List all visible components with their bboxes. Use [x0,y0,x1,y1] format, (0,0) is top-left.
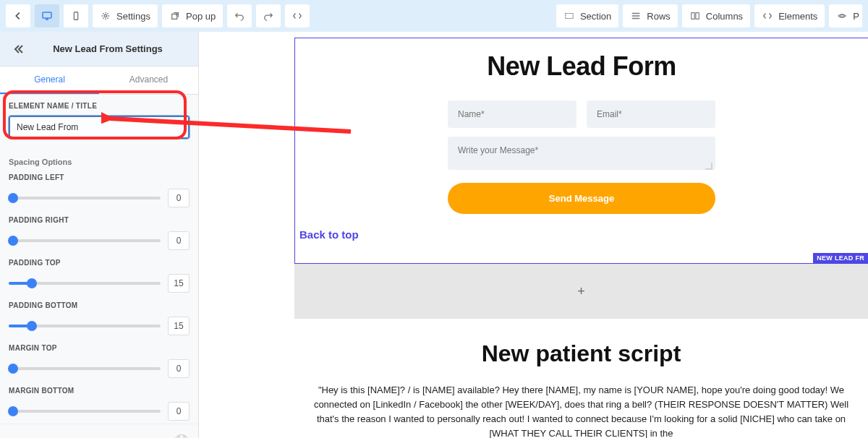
element-name-group: ELEMENT NAME / TITLE [0,95,198,146]
background-color-row: BACKGROUND COLOR [0,424,198,438]
slider-margin-bottom: MARGIN BOTTOM 0 [0,381,198,424]
background-color-swatch[interactable] [174,434,190,438]
sidebar-header: New Lead From Settings [0,32,198,66]
rows-icon [630,10,642,22]
script-body: "Hey is this [NAME]? / is [NAME] availab… [306,383,856,438]
popup-icon [169,10,181,22]
tab-advanced[interactable]: Advanced [99,66,198,94]
top-toolbar: Settings Pop up Section Rows Columns Ele… [0,0,868,32]
svg-point-2 [104,14,107,17]
slider-label: PADDING RIGHT [9,216,190,224]
slider-track[interactable] [9,410,161,413]
slider-padding-left: PADDING LEFT 0 [0,168,198,210]
sidebar-panel-body: ELEMENT NAME / TITLE Spacing Options PAD… [0,95,198,438]
redo-button[interactable] [256,4,281,27]
send-message-button[interactable]: Send Message [448,183,715,214]
svg-rect-0 [43,12,51,18]
code-button[interactable] [285,4,310,27]
slider-track[interactable] [9,239,161,242]
slider-thumb[interactable] [27,278,37,288]
slider-track[interactable] [9,325,161,327]
undo-icon [234,10,245,22]
slider-value[interactable]: 15 [168,274,190,293]
lead-form-section[interactable]: New Lead Form Send Message Back to top [294,38,868,264]
form-title: New Lead Form [295,51,868,82]
slider-padding-top: PADDING TOP 15 [0,253,198,296]
settings-label: Settings [116,11,150,22]
script-section: New patient script "Hey is this [NAME]? … [294,319,868,438]
slider-value[interactable]: 0 [168,402,190,421]
collapse-sidebar-button[interactable] [10,40,27,58]
slider-thumb[interactable] [8,193,18,203]
chevron-double-left-icon [13,43,25,55]
popup-button[interactable]: Pop up [162,4,223,27]
slider-thumb[interactable] [8,364,18,374]
slider-margin-top: MARGIN TOP 0 [0,338,198,381]
slider-value[interactable]: 15 [168,317,190,335]
sidebar-tabs: General Advanced [0,66,198,95]
spacing-section-label: Spacing Options [0,153,198,168]
back-to-top-link[interactable]: Back to top [299,228,359,241]
slider-padding-bottom: PADDING BOTTOM 15 [0,296,198,338]
gear-icon [100,10,111,22]
rows-button[interactable]: Rows [623,4,678,27]
redo-icon [263,10,274,22]
section-icon [563,10,575,22]
slider-track[interactable] [9,197,161,199]
sidebar-title: New Lead From Settings [27,43,188,54]
columns-label: Columns [706,11,743,22]
desktop-view-button[interactable] [35,4,59,27]
columns-button[interactable]: Columns [682,4,750,27]
slider-label: MARGIN TOP [9,344,190,352]
slider-thumb[interactable] [8,236,18,246]
section-tag: NEW LEAD FR [813,253,868,263]
email-field[interactable] [587,100,715,128]
elements-button[interactable]: Elements [754,4,825,27]
popup-label: Pop up [186,11,216,22]
slider-label: PADDING TOP [9,259,190,267]
svg-rect-6 [696,13,699,20]
desktop-icon [41,10,53,22]
slider-track[interactable] [9,282,161,285]
arrow-left-icon [12,10,24,22]
elements-icon [762,10,773,22]
editor-canvas: New Lead Form Send Message Back to top N… [199,32,868,438]
plus-icon: + [577,284,585,299]
slider-value[interactable]: 0 [168,359,190,378]
slider-label: PADDING BOTTOM [9,301,190,309]
element-name-input[interactable] [9,116,190,139]
back-button[interactable] [6,4,30,27]
slider-value[interactable]: 0 [168,189,190,207]
slider-label: PADDING LEFT [9,173,190,181]
svg-rect-5 [692,13,694,20]
slider-thumb[interactable] [8,406,18,416]
svg-rect-1 [74,12,77,20]
slider-thumb[interactable] [27,321,37,331]
add-section-strip[interactable]: NEW LEAD FR + [294,264,868,319]
settings-sidebar: New Lead From Settings General Advanced … [0,32,199,438]
mobile-view-button[interactable] [64,4,88,27]
columns-icon [689,10,701,22]
svg-point-7 [841,14,844,17]
undo-button[interactable] [227,4,252,27]
preview-label: P [853,11,859,22]
slider-label: MARGIN BOTTOM [9,387,190,395]
name-field[interactable] [448,100,576,128]
code-icon [292,10,303,22]
eye-icon [836,10,848,22]
form-wrap: Send Message [448,100,715,214]
mobile-icon [70,10,82,22]
section-label: Section [580,11,611,22]
element-name-label: ELEMENT NAME / TITLE [9,102,190,110]
preview-button[interactable]: P [829,4,862,27]
slider-value[interactable]: 0 [168,231,190,250]
rows-label: Rows [647,11,671,22]
svg-rect-4 [566,14,574,19]
section-button[interactable]: Section [556,4,618,27]
message-field[interactable] [448,137,715,170]
slider-padding-right: PADDING RIGHT 0 [0,210,198,253]
elements-label: Elements [778,11,817,22]
slider-track[interactable] [9,367,161,370]
settings-button[interactable]: Settings [93,4,158,27]
tab-general[interactable]: General [0,66,99,94]
